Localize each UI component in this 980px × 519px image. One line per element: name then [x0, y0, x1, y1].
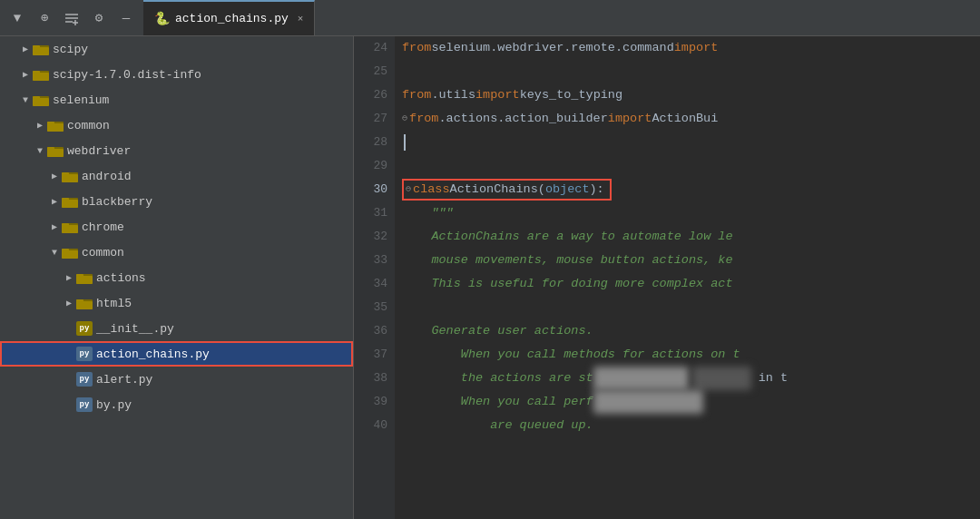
chevron-right-icon: ▶ [47, 169, 62, 183]
docstring-37: When you call methods for actions on t [402, 343, 740, 367]
func-keys-to-typing: keys_to_typing [520, 83, 622, 107]
diff-icon[interactable] [62, 8, 82, 28]
docstring-34: This is useful for doing more complex ac… [402, 272, 733, 296]
line-num-27: 27 [354, 107, 387, 131]
sidebar-item-common[interactable]: ▶ common [0, 113, 353, 138]
fold-icon-30: ⊖ [406, 178, 411, 201]
py-file-icon-init: py [76, 321, 93, 336]
line-num-30: 30 [354, 178, 387, 201]
folder-icon-common [47, 119, 64, 132]
keyword-import-2: import [475, 83, 520, 107]
sidebar-label-blackberry: blackberry [82, 195, 152, 209]
code-content[interactable]: from selenium.webdriver.remote.command i… [395, 36, 980, 519]
docstring-40: are queued up. [402, 414, 593, 437]
keyword-from-2: from [402, 83, 431, 107]
line-num-33: 33 [354, 249, 387, 272]
tab-close-button[interactable]: × [298, 14, 304, 24]
folder-icon-selenium [33, 93, 49, 106]
code-line-40: are queued up. [402, 414, 980, 437]
svg-rect-28 [62, 225, 78, 233]
sidebar-item-scipy-dist[interactable]: ▶ scipy-1.7.0.dist-info [0, 62, 353, 87]
settings-icon[interactable]: ⚙ [89, 8, 109, 28]
folder-icon-actions [76, 271, 93, 284]
module-path: selenium.webdriver.remote.command [431, 36, 673, 60]
code-line-25 [402, 60, 980, 83]
chevron-down-icon: ▼ [33, 143, 47, 158]
docstring-36: Generate user actions. [402, 319, 593, 343]
code-editor: 24 25 26 27 28 29 30 31 32 33 34 35 36 3… [354, 36, 980, 519]
line-numbers: 24 25 26 27 28 29 30 31 32 33 34 35 36 3… [354, 36, 395, 519]
docstring-39a: When you call perf [402, 390, 593, 414]
code-line-30: ⊖ class ActionChains( object ): [402, 178, 980, 201]
sidebar-item-init[interactable]: ▶ py __init__.py [0, 316, 353, 341]
sidebar-item-html5[interactable]: ▶ html5 [0, 290, 353, 316]
sidebar-label-selenium: selenium [53, 93, 109, 107]
chevron-down-icon: ▼ [18, 93, 33, 107]
tab-label: action_chains.py [175, 12, 289, 25]
svg-rect-25 [62, 200, 78, 208]
code-line-36: Generate user actions. [402, 319, 980, 343]
chevron-right-icon: ▶ [18, 42, 33, 56]
line-num-31: 31 [354, 201, 387, 225]
py-file-icon-action-chains: py [76, 347, 93, 361]
code-line-34: This is useful for doing more complex ac… [402, 272, 980, 296]
minimize-icon[interactable]: — [116, 8, 136, 28]
sidebar-item-actions[interactable]: ▶ actions [0, 265, 353, 290]
chevron-right-icon: ▶ [33, 118, 47, 132]
svg-rect-22 [62, 174, 78, 182]
docstring-38d: in t [751, 367, 789, 390]
chevron-right-icon: ▶ [62, 270, 76, 285]
dropdown-icon[interactable]: ▼ [7, 8, 27, 28]
line-num-38: 38 [354, 367, 387, 390]
keyword-import-3: import [608, 107, 652, 131]
folder-icon-scipy [33, 43, 49, 55]
docstring-31: """ [402, 201, 454, 225]
top-bar: ▼ ⊕ ⚙ — 🐍 action_chains.py × [0, 0, 980, 36]
sidebar-label-webdriver: webdriver [67, 144, 131, 158]
sidebar-label-html5: html5 [96, 297, 132, 310]
file-tree-sidebar: ▶ scipy ▶ scipy-1.7.0.dist-info ▼ seleni… [0, 36, 354, 519]
svg-rect-31 [62, 250, 78, 259]
docstring-33: mouse movements, mouse button actions, k… [402, 249, 733, 272]
svg-rect-16 [47, 123, 64, 132]
sidebar-item-common2[interactable]: ▼ common [0, 240, 353, 265]
sidebar-label-actions: actions [96, 271, 146, 285]
sidebar-item-action-chains[interactable]: ▶ py action_chains.py [0, 341, 353, 367]
sidebar-item-selenium[interactable]: ▼ selenium [0, 87, 353, 113]
code-line-27: ⊖ from .actions.action_builder import Ac… [402, 107, 980, 131]
docstring-39b-blurred [593, 390, 703, 414]
svg-rect-19 [47, 149, 64, 157]
sidebar-label-scipy: scipy [53, 43, 88, 56]
active-tab[interactable]: 🐍 action_chains.py × [143, 0, 315, 35]
sidebar-item-blackberry[interactable]: ▶ blackberry [0, 189, 353, 214]
tab-file-icon: 🐍 [154, 11, 170, 26]
line-num-25: 25 [354, 60, 387, 83]
sidebar-label-scipy-dist: scipy-1.7.0.dist-info [53, 68, 201, 82]
sidebar-item-scipy[interactable]: ▶ scipy [0, 36, 353, 62]
sidebar-item-by[interactable]: ▶ py by.py [0, 392, 353, 417]
sidebar-item-chrome[interactable]: ▶ chrome [0, 214, 353, 240]
sidebar-item-webdriver[interactable]: ▼ webdriver [0, 138, 353, 163]
sidebar-label-common: common [67, 119, 110, 132]
sidebar-item-alert[interactable]: ▶ py alert.py [0, 367, 353, 392]
folder-icon-blackberry [62, 195, 78, 208]
line-num-37: 37 [354, 343, 387, 367]
folder-icon-html5 [76, 297, 93, 309]
module-actions: .actions.action_builder [438, 107, 607, 131]
chevron-right-icon: ▶ [18, 67, 33, 82]
sidebar-label-chrome: chrome [82, 220, 124, 234]
code-area: 24 25 26 27 28 29 30 31 32 33 34 35 36 3… [354, 36, 980, 519]
sidebar-item-android[interactable]: ▶ android [0, 163, 353, 189]
sidebar-label-common2: common [82, 246, 124, 260]
folder-icon-webdriver [47, 144, 64, 157]
line-num-24: 24 [354, 36, 387, 60]
folder-icon-android [62, 170, 78, 182]
folder-icon-common2 [62, 246, 78, 259]
navigate-icon[interactable]: ⊕ [34, 8, 54, 28]
line-num-36: 36 [354, 319, 387, 343]
chevron-right-icon: ▶ [47, 220, 62, 234]
chevron-right-icon: ▶ [47, 194, 62, 209]
cursor-28 [404, 134, 406, 151]
code-line-31: """ [402, 201, 980, 225]
class-actionbui: ActionBui [652, 107, 718, 131]
